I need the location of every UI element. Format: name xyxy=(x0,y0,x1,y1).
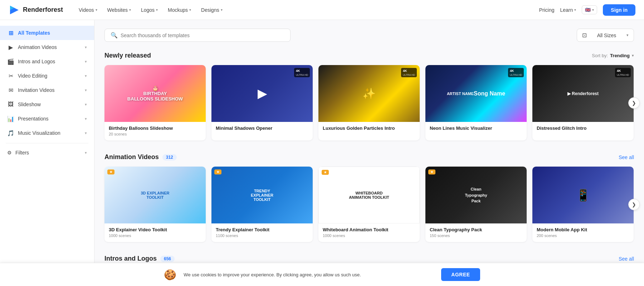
card-title: Minimal Shadows Opener xyxy=(216,125,308,131)
card-neon-lines[interactable]: 4KULTRA HD ARTIST NAMESong Name Neon Lin… xyxy=(425,65,527,140)
card-scenes: 1000 scenes xyxy=(323,233,415,238)
sidebar-item-label: All Templates xyxy=(18,30,87,36)
learn-link[interactable]: Learn ▾ xyxy=(560,7,576,13)
size-chevron: ▾ xyxy=(626,33,629,38)
premium-badge: ★ xyxy=(322,170,329,175)
intros-logos-badge: 656 xyxy=(160,256,175,262)
size-dropdown[interactable]: ⊡ All Sizes ▾ xyxy=(577,29,634,42)
sidebar: ⊞ All Templates ▶ Animation Videos ▾ 🎬 I… xyxy=(0,20,94,286)
filters-icon: ⚙ xyxy=(7,150,12,156)
animation-videos-section: Animation Videos 312 See all ★ 3D EXPLAI… xyxy=(104,153,634,242)
card-thumbnail: 🎂BIRTHDAYBALLOONS SLIDESHOW xyxy=(104,65,206,122)
size-label-icon: ⊡ xyxy=(582,32,587,39)
search-box[interactable]: 🔍 xyxy=(104,29,291,42)
nav-designs[interactable]: Designs ▾ xyxy=(197,5,227,15)
lang-chevron: ▾ xyxy=(592,8,594,12)
sidebar-item-intros-logos[interactable]: 🎬 Intros and Logos ▾ xyxy=(0,54,94,69)
card-scenes: 200 scenes xyxy=(537,233,629,238)
nav-websites[interactable]: Websites ▾ xyxy=(103,5,135,15)
logo[interactable]: Renderforest xyxy=(9,4,63,16)
card-whiteboard[interactable]: ★ WHITEBOARDANIMATION TOOLKIT Whiteboard… xyxy=(318,167,420,242)
nav-videos[interactable]: Videos ▾ xyxy=(74,5,102,15)
animation-videos-badge: 312 xyxy=(162,154,177,161)
animation-videos-title: Animation Videos 312 xyxy=(104,153,177,161)
cookie-banner: 🍪 We use cookies to improve your experie… xyxy=(0,263,644,286)
sidebar-item-presentations[interactable]: 📊 Presentations ▾ xyxy=(0,112,94,126)
card-thumbnail: ★ CleanTypographyPack xyxy=(425,167,527,223)
header-right: Pricing Learn ▾ 🇬🇧 ▾ Sign in xyxy=(539,4,635,16)
newly-released-section: Newly released Sort by: Trending ▾ 🎂BIRT… xyxy=(104,52,634,140)
card-trendy-explainer[interactable]: ★ TRENDYEXPLAINERTOOLKIT Trendy Explaine… xyxy=(211,167,313,242)
cookie-text: We use cookies to improve your experienc… xyxy=(184,272,434,277)
card-mobile-app[interactable]: 📱 Modern Mobile App Kit 200 scenes xyxy=(532,167,634,242)
sidebar-item-label: Animation Videos xyxy=(18,44,81,50)
sidebar-filters[interactable]: ⚙ Filters ▾ xyxy=(0,146,94,159)
chevron-icon: ▾ xyxy=(85,45,87,50)
video-editing-icon: ✂ xyxy=(7,72,14,79)
nav-logos[interactable]: Logos ▾ xyxy=(137,5,162,15)
premium-badge: ★ xyxy=(214,169,221,174)
nav-mockups-chevron: ▾ xyxy=(189,8,191,12)
card-minimal-shadows[interactable]: 4KULTRA HD ▶ Minimal Shadows Opener xyxy=(211,65,313,140)
card-title: Birthday Balloons Slideshow xyxy=(109,125,201,131)
sidebar-item-label: Video Editing xyxy=(18,73,81,79)
card-scenes: 150 scenes xyxy=(430,233,522,238)
music-visualization-icon: 🎵 xyxy=(7,129,14,137)
intros-logos-see-all[interactable]: See all xyxy=(619,256,634,262)
card-thumbnail: 4KULTRA HD ✨ xyxy=(318,65,420,122)
sort-chevron[interactable]: ▾ xyxy=(632,53,634,58)
nav-mockups[interactable]: Mockups ▾ xyxy=(164,5,195,15)
newly-released-next-arrow[interactable]: ❯ xyxy=(628,97,640,109)
card-title: Clean Typography Pack xyxy=(430,227,522,232)
sidebar-item-label: Presentations xyxy=(18,116,81,122)
sidebar-item-label: Intros and Logos xyxy=(18,59,81,64)
filters-label: Filters xyxy=(15,150,29,156)
sidebar-item-label: Slideshow xyxy=(18,102,81,107)
sidebar-item-all-templates[interactable]: ⊞ All Templates xyxy=(0,26,94,40)
chevron-icon: ▾ xyxy=(85,131,87,135)
chevron-icon: ▾ xyxy=(85,88,87,93)
card-thumbnail: 📱 xyxy=(532,167,634,223)
4k-badge: 4KULTRA HD xyxy=(508,68,524,77)
sidebar-item-music-visualization[interactable]: 🎵 Music Visualization ▾ xyxy=(0,126,94,140)
main-content: 🔍 ⊡ All Sizes ▾ Newly released Sort by: … xyxy=(94,20,644,286)
search-icon: 🔍 xyxy=(111,32,118,39)
card-thumbnail: 4KULTRA HD ARTIST NAMESong Name xyxy=(425,65,527,122)
card-thumbnail: ★ TRENDYEXPLAINERTOOLKIT xyxy=(211,167,313,223)
animation-videos-next-arrow[interactable]: ❯ xyxy=(628,199,640,210)
intros-logos-header: Intros and Logos 656 See all xyxy=(104,255,634,262)
card-clean-typo[interactable]: ★ CleanTypographyPack Clean Typography P… xyxy=(425,167,527,242)
sort-value[interactable]: Trending xyxy=(610,53,630,58)
animation-videos-see-all[interactable]: See all xyxy=(619,154,634,160)
sidebar-item-video-editing[interactable]: ✂ Video Editing ▾ xyxy=(0,69,94,83)
nav-websites-chevron: ▾ xyxy=(129,8,131,12)
card-scenes: 1000 scenes xyxy=(109,233,201,238)
all-templates-icon: ⊞ xyxy=(7,29,14,36)
card-title: Whiteboard Animation Toolkit xyxy=(323,227,415,232)
sidebar-item-animation-videos[interactable]: ▶ Animation Videos ▾ xyxy=(0,40,94,54)
agree-button[interactable]: AGREE xyxy=(441,268,480,281)
chevron-icon: ▾ xyxy=(85,102,87,107)
4k-badge: 4KULTRA HD xyxy=(615,68,631,77)
signin-button[interactable]: Sign in xyxy=(603,4,635,16)
chevron-icon: ▾ xyxy=(85,59,87,64)
card-distressed[interactable]: 4KULTRA HD ▶ Renderforest Distressed Gli… xyxy=(532,65,634,140)
language-selector[interactable]: 🇬🇧 ▾ xyxy=(582,5,597,14)
nav-logos-chevron: ▾ xyxy=(156,8,158,12)
sidebar-item-label: Music Visualization xyxy=(18,130,81,136)
card-3d-explainer[interactable]: ★ 3D EXPLAINERTOOLKIT 3D Explainer Video… xyxy=(104,167,206,242)
page-layout: ⊞ All Templates ▶ Animation Videos ▾ 🎬 I… xyxy=(0,20,644,286)
card-luxurious[interactable]: 4KULTRA HD ✨ Luxurious Golden Particles … xyxy=(318,65,420,140)
animation-videos-icon: ▶ xyxy=(7,44,14,51)
pricing-link[interactable]: Pricing xyxy=(539,7,555,13)
size-label: All Sizes xyxy=(597,33,616,38)
card-birthday[interactable]: 🎂BIRTHDAYBALLOONS SLIDESHOW Birthday Bal… xyxy=(104,65,206,140)
search-input[interactable] xyxy=(121,33,284,38)
sidebar-item-invitation-videos[interactable]: ✉ Invitation Videos ▾ xyxy=(0,83,94,97)
invitation-videos-icon: ✉ xyxy=(7,87,14,94)
newly-released-title: Newly released xyxy=(104,52,151,59)
cookie-icon: 🍪 xyxy=(164,269,176,281)
sidebar-item-slideshow[interactable]: 🖼 Slideshow ▾ xyxy=(0,97,94,112)
chevron-icon: ▾ xyxy=(85,74,87,78)
card-title: Trendy Explainer Toolkit xyxy=(216,227,308,232)
